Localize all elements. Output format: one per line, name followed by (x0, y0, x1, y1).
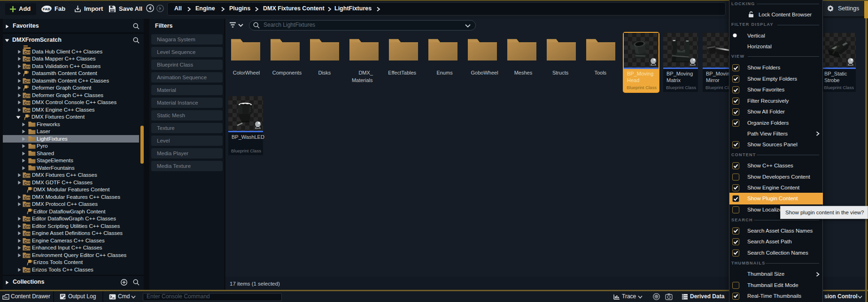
svg-text:++: ++ (27, 218, 31, 221)
svg-text:++: ++ (27, 240, 31, 243)
svg-text:++: ++ (27, 94, 31, 98)
svg-text:++: ++ (27, 181, 31, 185)
svg-text:FAB: FAB (43, 7, 50, 11)
svg-text:++: ++ (27, 51, 31, 54)
svg-text:++: ++ (27, 65, 31, 68)
svg-text:++: ++ (27, 269, 31, 272)
svg-text:++: ++ (27, 174, 31, 177)
svg-text:++: ++ (27, 109, 31, 112)
svg-text:++: ++ (27, 254, 31, 257)
svg-text:++: ++ (27, 80, 31, 83)
svg-text:++: ++ (27, 247, 31, 250)
svg-text:++: ++ (27, 225, 31, 228)
svg-text:++: ++ (27, 58, 31, 61)
svg-text:++: ++ (27, 232, 31, 235)
svg-text:++: ++ (27, 101, 31, 105)
svg-text:++: ++ (27, 203, 31, 206)
svg-text:++: ++ (27, 196, 31, 199)
